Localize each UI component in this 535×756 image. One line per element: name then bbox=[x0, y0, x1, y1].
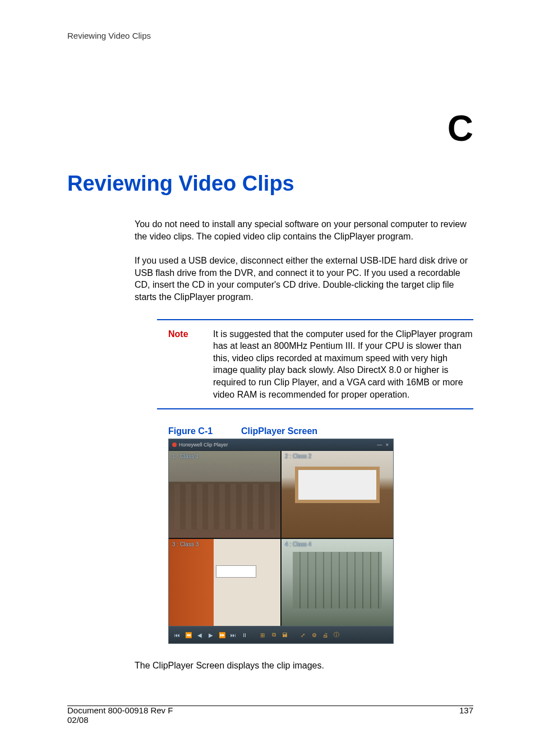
step-back-icon[interactable]: ◀ bbox=[196, 631, 204, 639]
footer-document-id: Document 800-00918 Rev F bbox=[67, 706, 173, 715]
chapter-title: Reviewing Video Clips bbox=[67, 172, 473, 196]
info-icon[interactable]: ⓘ bbox=[333, 631, 340, 639]
step-forward-icon[interactable]: ▶ bbox=[207, 631, 215, 639]
save-icon[interactable]: 🖬 bbox=[281, 631, 289, 639]
footer-date: 02/08 bbox=[67, 715, 89, 725]
video-pane-1[interactable]: 1 : Class 1 bbox=[169, 451, 280, 538]
figure-title: ClipPlayer Screen bbox=[241, 426, 317, 436]
window-title: Honeywell Clip Player bbox=[179, 442, 228, 448]
clipplayer-title-bar: Honeywell Clip Player — × bbox=[169, 439, 393, 451]
footer-page-number: 137 bbox=[459, 706, 473, 725]
note-box: Note It is suggested that the computer u… bbox=[157, 319, 473, 410]
pane-label: 1 : Class 1 bbox=[172, 453, 199, 459]
appendix-letter: C bbox=[67, 108, 473, 149]
settings-icon[interactable]: ⚙ bbox=[310, 631, 318, 639]
skip-start-icon[interactable]: ⏮ bbox=[173, 631, 181, 639]
running-header: Reviewing Video Clips bbox=[67, 31, 473, 40]
body-paragraph: You do not need to install any special s… bbox=[135, 218, 473, 242]
window-controls-icon[interactable]: — × bbox=[377, 442, 390, 448]
pane-label: 3 : Class 3 bbox=[172, 541, 199, 547]
figure-caption-text: The ClipPlayer Screen displays the clip … bbox=[135, 661, 473, 671]
clipplayer-screenshot: Honeywell Clip Player — × 1 : Class 1 2 … bbox=[168, 439, 394, 644]
skip-end-icon[interactable]: ⏭ bbox=[229, 631, 237, 639]
app-icon bbox=[172, 442, 177, 447]
note-text: It is suggested that the computer used f… bbox=[213, 328, 473, 401]
rewind-icon[interactable]: ⏪ bbox=[185, 631, 192, 639]
body-paragraph: If you used a USB device, disconnect eit… bbox=[135, 255, 473, 303]
pane-label: 4 : Class 4 bbox=[285, 541, 311, 547]
note-label: Note bbox=[168, 328, 213, 401]
print-icon[interactable]: 🖨 bbox=[321, 631, 329, 639]
fullscreen-icon[interactable]: ⤢ bbox=[299, 631, 307, 639]
video-pane-3[interactable]: 3 : Class 3 bbox=[169, 539, 280, 626]
multi-view-icon[interactable]: ⧉ bbox=[270, 631, 278, 639]
figure-block: Figure C-1 ClipPlayer Screen Honeywell C… bbox=[168, 426, 473, 644]
figure-number: Figure C-1 bbox=[168, 426, 241, 436]
fast-forward-icon[interactable]: ⏩ bbox=[218, 631, 226, 639]
pause-icon[interactable]: ⏸ bbox=[241, 631, 248, 639]
layout-icon[interactable]: ⊞ bbox=[259, 631, 266, 639]
video-pane-4[interactable]: 4 : Class 4 bbox=[282, 539, 393, 626]
page-footer: Document 800-00918 Rev F 02/08 137 bbox=[67, 706, 473, 725]
playback-control-bar: ⏮ ⏪ ◀ ▶ ⏩ ⏭ ⏸ ⊞ ⧉ 🖬 ⤢ ⚙ 🖨 ⓘ bbox=[169, 626, 393, 643]
note-rule-bottom bbox=[157, 408, 473, 409]
pane-label: 2 : Class 2 bbox=[285, 453, 311, 459]
video-pane-2[interactable]: 2 : Class 2 bbox=[282, 451, 393, 538]
